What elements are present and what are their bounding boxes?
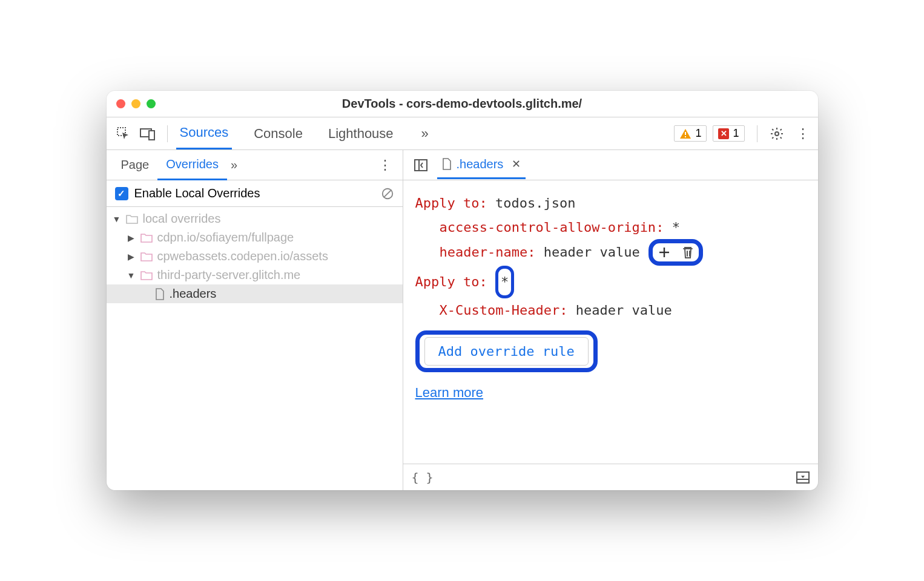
apply-to-label: Apply to bbox=[415, 274, 480, 289]
sidebar-tabs: Page Overrides » ⋮ bbox=[107, 150, 403, 180]
tab-page[interactable]: Page bbox=[113, 151, 158, 179]
expand-icon: ▼ bbox=[127, 271, 136, 280]
pretty-print-icon[interactable]: { } bbox=[412, 470, 434, 485]
header-value[interactable]: header value bbox=[544, 245, 640, 260]
tab-lighthouse[interactable]: Lighthouse bbox=[325, 119, 397, 149]
svg-rect-2 bbox=[149, 131, 154, 140]
tree-label: local overrides bbox=[143, 212, 221, 226]
apply-to-target[interactable]: todos.json bbox=[495, 195, 575, 211]
warning-icon bbox=[679, 128, 691, 139]
expand-icon: ▼ bbox=[113, 214, 121, 224]
clear-overrides-icon[interactable] bbox=[381, 187, 394, 200]
dock-icon[interactable] bbox=[796, 471, 810, 484]
more-tabs-button[interactable]: » bbox=[415, 126, 429, 142]
inspect-element-icon[interactable] bbox=[113, 123, 134, 145]
folder-icon bbox=[140, 271, 153, 280]
svg-rect-4 bbox=[685, 136, 686, 137]
folder-icon bbox=[140, 252, 153, 261]
more-sidebar-tabs-button[interactable]: » bbox=[231, 158, 237, 172]
toolbar-divider-2 bbox=[757, 125, 757, 142]
editor-pane: .headers ✕ Apply to: todos.json access-c… bbox=[403, 150, 818, 490]
errors-count: 1 bbox=[733, 127, 739, 140]
enable-local-overrides-label: Enable Local Overrides bbox=[134, 186, 260, 200]
add-header-icon[interactable] bbox=[658, 246, 671, 259]
learn-more-link[interactable]: Learn more bbox=[415, 381, 484, 405]
tree-label: cdpn.io/sofiayem/fullpage bbox=[157, 231, 294, 245]
file-icon bbox=[442, 158, 452, 170]
devtools-window: DevTools - cors-demo-devtools.glitch.me/… bbox=[107, 91, 818, 490]
apply-to-label: Apply to bbox=[415, 195, 480, 211]
enable-local-overrides-checkbox[interactable]: ✓ bbox=[115, 187, 128, 200]
zoom-window-button[interactable] bbox=[147, 99, 156, 108]
header-name[interactable]: access-control-allow-origin bbox=[440, 220, 656, 235]
toggle-navigator-icon[interactable] bbox=[409, 159, 432, 171]
file-icon bbox=[155, 288, 165, 300]
settings-icon[interactable] bbox=[770, 126, 788, 141]
window-title: DevTools - cors-demo-devtools.glitch.me/ bbox=[107, 97, 818, 111]
warnings-count: 1 bbox=[695, 127, 701, 140]
tree-folder-root[interactable]: ▼ local overrides bbox=[107, 209, 403, 228]
svg-point-5 bbox=[775, 132, 779, 136]
tree-folder[interactable]: ▶ cpwebassets.codepen.io/assets bbox=[107, 247, 403, 266]
toolbar-divider bbox=[167, 125, 168, 142]
tab-sources[interactable]: Sources bbox=[176, 117, 233, 149]
traffic-lights bbox=[116, 99, 156, 108]
sources-sidebar: Page Overrides » ⋮ ✓ Enable Local Overri… bbox=[107, 150, 403, 490]
main-toolbar: Sources Console Lighthouse » 1 ✕ 1 ⋮ bbox=[107, 117, 818, 150]
add-override-rule-button[interactable]: Add override rule bbox=[424, 337, 589, 366]
overrides-file-tree: ▼ local overrides ▶ cdpn.io/sofiayem/ful… bbox=[107, 207, 403, 490]
header-value[interactable]: header value bbox=[576, 303, 672, 318]
more-options-icon[interactable]: ⋮ bbox=[794, 126, 812, 142]
expand-icon: ▶ bbox=[127, 252, 136, 261]
errors-badge[interactable]: ✕ 1 bbox=[713, 125, 744, 142]
highlight-add-override-rule: Add override rule bbox=[415, 330, 598, 372]
tree-folder[interactable]: ▼ third-party-server.glitch.me bbox=[107, 266, 403, 284]
titlebar: DevTools - cors-demo-devtools.glitch.me/ bbox=[107, 91, 818, 117]
editor-statusbar: { } bbox=[403, 464, 818, 490]
delete-header-icon[interactable] bbox=[682, 246, 694, 259]
svg-line-7 bbox=[383, 189, 391, 197]
folder-icon bbox=[140, 233, 153, 243]
expand-icon: ▶ bbox=[127, 233, 136, 243]
main-panel-tabs: Sources Console Lighthouse » bbox=[176, 117, 429, 149]
headers-editor[interactable]: Apply to: todos.json access-control-allo… bbox=[403, 180, 818, 464]
tab-overrides[interactable]: Overrides bbox=[157, 150, 227, 180]
tree-file-headers[interactable]: .headers bbox=[107, 284, 403, 303]
sidebar-more-options-icon[interactable]: ⋮ bbox=[374, 157, 397, 173]
highlight-add-delete bbox=[648, 239, 703, 266]
close-tab-icon[interactable]: ✕ bbox=[508, 157, 521, 171]
header-value[interactable]: * bbox=[672, 220, 680, 235]
tree-label: cpwebassets.codepen.io/assets bbox=[157, 249, 328, 263]
editor-tabs: .headers ✕ bbox=[403, 150, 818, 180]
header-name[interactable]: X-Custom-Header bbox=[440, 303, 560, 318]
header-name[interactable]: header-name bbox=[440, 245, 528, 260]
device-toolbar-icon[interactable] bbox=[137, 123, 159, 145]
tree-file-label: .headers bbox=[170, 287, 217, 301]
tab-console[interactable]: Console bbox=[250, 119, 306, 149]
tree-folder[interactable]: ▶ cdpn.io/sofiayem/fullpage bbox=[107, 228, 403, 247]
tree-label: third-party-server.glitch.me bbox=[157, 268, 301, 282]
enable-local-overrides-row: ✓ Enable Local Overrides bbox=[107, 180, 403, 207]
editor-tab-label: .headers bbox=[457, 157, 504, 171]
minimize-window-button[interactable] bbox=[131, 99, 140, 108]
highlight-wildcard: * bbox=[495, 266, 514, 298]
svg-rect-3 bbox=[685, 132, 686, 135]
warnings-badge[interactable]: 1 bbox=[674, 125, 707, 142]
error-icon: ✕ bbox=[718, 128, 729, 139]
apply-to-target[interactable]: * bbox=[501, 270, 509, 294]
close-window-button[interactable] bbox=[116, 99, 125, 108]
editor-tab-headers[interactable]: .headers ✕ bbox=[437, 151, 526, 179]
folder-icon bbox=[126, 214, 138, 224]
